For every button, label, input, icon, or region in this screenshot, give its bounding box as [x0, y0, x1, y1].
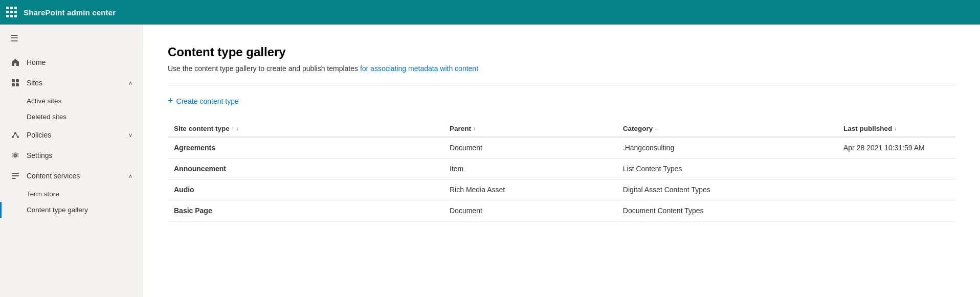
description-link[interactable]: for associating metadata with content	[360, 64, 478, 73]
sidebar-item-sites[interactable]: Sites ∧	[0, 73, 143, 93]
svg-rect-11	[12, 178, 16, 179]
create-plus-icon: +	[168, 96, 173, 106]
col-label-name: Site content type	[174, 125, 230, 132]
sidebar-home-label: Home	[27, 58, 132, 66]
topbar: SharePoint admin center	[0, 0, 980, 25]
sidebar-settings-label: Settings	[27, 151, 132, 159]
layout: ☰ Home Sites ∧ Active sites Deleted site…	[0, 25, 980, 297]
sidebar-item-active-sites[interactable]: Active sites	[0, 93, 143, 109]
sidebar: ☰ Home Sites ∧ Active sites Deleted site…	[0, 25, 143, 297]
cell-last-published	[837, 179, 955, 200]
parent-sort-icon: ↓	[473, 126, 476, 131]
sort-asc-icon: ↑	[232, 126, 234, 131]
svg-line-7	[13, 133, 15, 137]
sidebar-item-home[interactable]: Home	[0, 52, 143, 73]
table-row[interactable]: Basic PageDocumentDocument Content Types	[168, 200, 955, 221]
cell-category: Document Content Types	[617, 200, 837, 221]
col-header-last-published[interactable]: Last published ↓	[837, 121, 955, 137]
svg-rect-1	[16, 79, 19, 82]
cell-content-type-name: Audio	[168, 179, 443, 200]
category-sort-icon: ↓	[655, 126, 657, 131]
page-description: Use the content type gallery to create a…	[168, 64, 955, 73]
sites-icon	[10, 78, 20, 88]
sidebar-item-deleted-sites[interactable]: Deleted sites	[0, 109, 143, 125]
table-header-row: Site content type ↑ ↓ Parent ↓ Cat	[168, 121, 955, 137]
svg-line-8	[15, 133, 18, 137]
table-row[interactable]: AudioRich Media AssetDigital Asset Conte…	[168, 179, 955, 200]
svg-rect-2	[12, 83, 15, 86]
table-row[interactable]: AgreementsDocument.HangconsultingApr 28 …	[168, 137, 955, 158]
cell-parent: Document	[443, 200, 617, 221]
svg-rect-10	[12, 175, 19, 176]
sidebar-item-content-type-gallery[interactable]: Content type gallery	[0, 202, 143, 218]
col-header-category[interactable]: Category ↓	[617, 121, 837, 137]
col-label-published: Last published	[843, 125, 892, 132]
cell-last-published	[837, 200, 955, 221]
sidebar-item-content-services[interactable]: Content services ∧	[0, 166, 143, 186]
cell-content-type-name: Basic Page	[168, 200, 443, 221]
cell-category: .Hangconsulting	[617, 137, 837, 158]
cell-parent: Item	[443, 158, 617, 179]
content-services-chevron-icon: ∧	[128, 173, 132, 179]
sidebar-policies-label: Policies	[27, 131, 122, 139]
page-title: Content type gallery	[168, 45, 955, 59]
sidebar-item-settings[interactable]: Settings	[0, 145, 143, 166]
sidebar-item-policies[interactable]: Policies ∨	[0, 125, 143, 145]
cell-parent: Rich Media Asset	[443, 179, 617, 200]
table-row[interactable]: AnnouncementItemList Content Types	[168, 158, 955, 179]
cell-content-type-name: Announcement	[168, 158, 443, 179]
sidebar-content-services-label: Content services	[27, 172, 122, 180]
cell-last-published	[837, 158, 955, 179]
col-label-parent: Parent	[450, 125, 471, 132]
policies-chevron-icon: ∨	[128, 132, 132, 139]
col-label-category: Category	[623, 125, 653, 132]
content-services-icon	[10, 171, 20, 181]
divider	[168, 85, 955, 85]
svg-rect-0	[12, 79, 15, 82]
policies-icon	[10, 130, 20, 140]
home-icon	[10, 57, 20, 67]
col-header-site-content-type[interactable]: Site content type ↑ ↓	[168, 121, 443, 137]
settings-icon	[10, 150, 20, 161]
sort-desc-icon: ↓	[236, 126, 239, 131]
cell-parent: Document	[443, 137, 617, 158]
published-sort-icon: ↓	[894, 126, 897, 131]
svg-rect-3	[16, 83, 19, 86]
create-button-label: Create content type	[176, 97, 239, 105]
sidebar-item-term-store[interactable]: Term store	[0, 186, 143, 202]
sites-chevron-icon: ∧	[128, 80, 132, 86]
sidebar-sites-label: Sites	[27, 79, 122, 87]
main-content: Content type gallery Use the content typ…	[143, 25, 980, 297]
app-title: SharePoint admin center	[24, 8, 116, 17]
cell-category: List Content Types	[617, 158, 837, 179]
cell-category: Digital Asset Content Types	[617, 179, 837, 200]
svg-rect-9	[12, 173, 19, 174]
content-table: Site content type ↑ ↓ Parent ↓ Cat	[168, 121, 955, 221]
hamburger-menu[interactable]: ☰	[0, 25, 143, 52]
create-content-type-button[interactable]: + Create content type	[168, 96, 239, 106]
col-header-parent[interactable]: Parent ↓	[443, 121, 617, 137]
cell-content-type-name: Agreements	[168, 137, 443, 158]
app-launcher-icon[interactable]	[6, 7, 17, 18]
cell-last-published: Apr 28 2021 10:31:59 AM	[837, 137, 955, 158]
